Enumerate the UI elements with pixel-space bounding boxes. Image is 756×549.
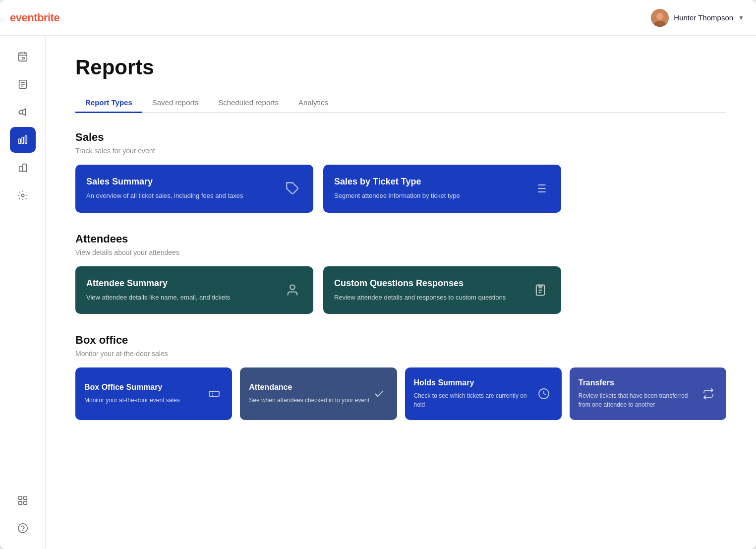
card-custom-questions[interactable]: Custom Questions Responses Review attend… <box>323 266 561 314</box>
card-sales-summary-desc: An overview of all ticket sales, includi… <box>86 191 283 201</box>
card-holds-summary[interactable]: Holds Summary Check to see which tickets… <box>405 367 562 420</box>
tab-report-types[interactable]: Report Types <box>75 93 142 113</box>
svg-rect-14 <box>25 136 27 144</box>
clock-icon <box>535 385 553 403</box>
sidebar-item-settings[interactable] <box>10 183 36 208</box>
avatar <box>651 9 669 27</box>
tab-analytics[interactable]: Analytics <box>289 93 338 113</box>
sidebar: 25 <box>0 36 46 549</box>
arrows-icon <box>699 385 717 403</box>
svg-point-21 <box>18 524 27 533</box>
list-icon <box>530 179 550 198</box>
svg-rect-19 <box>18 501 21 504</box>
card-transfers-desc: Review tickets that have been transferre… <box>579 391 699 409</box>
card-attendee-summary[interactable]: Attendee Summary View attendee details l… <box>75 266 313 314</box>
tab-scheduled-reports[interactable]: Scheduled reports <box>208 93 289 113</box>
card-sales-summary-title: Sales Summary <box>86 177 283 187</box>
attendees-section: Attendees View details about your attend… <box>75 233 726 314</box>
card-attendance[interactable]: Attendance See when attendees checked in… <box>240 367 397 420</box>
sidebar-item-finance[interactable] <box>10 155 36 181</box>
svg-point-16 <box>21 194 24 197</box>
attendees-section-subtitle: View details about your attendees <box>75 248 726 256</box>
card-box-office-summary-desc: Monitor your at-the-door event sales <box>84 396 205 405</box>
topbar: eventbrite Hunter Thompson ▼ <box>0 0 756 36</box>
card-custom-questions-content: Custom Questions Responses Review attend… <box>334 278 530 303</box>
card-transfers-content: Transfers Review tickets that have been … <box>579 378 699 409</box>
sales-section-title: Sales <box>75 131 726 144</box>
card-sales-by-ticket-type[interactable]: Sales by Ticket Type Segment attendee in… <box>323 165 561 213</box>
box-office-section-title: Box office <box>75 334 726 347</box>
card-holds-summary-content: Holds Summary Check to see which tickets… <box>414 378 535 409</box>
user-menu[interactable]: Hunter Thompson ▼ <box>651 9 744 27</box>
svg-rect-17 <box>18 496 21 499</box>
clipboard-icon <box>530 280 550 300</box>
card-transfers-title: Transfers <box>579 378 699 387</box>
svg-rect-13 <box>22 137 24 144</box>
svg-rect-35 <box>209 391 219 396</box>
card-transfers[interactable]: Transfers Review tickets that have been … <box>570 367 726 420</box>
svg-point-1 <box>656 13 663 20</box>
card-attendance-desc: See when attendees checked in to your ev… <box>249 396 370 405</box>
svg-point-22 <box>22 530 23 531</box>
card-sales-by-ticket-type-desc: Segment attendee information by ticket t… <box>334 191 530 201</box>
user-name: Hunter Thompson <box>674 13 733 22</box>
check-icon <box>370 385 388 403</box>
tag-icon <box>283 179 302 198</box>
sidebar-item-orders[interactable] <box>10 71 36 97</box>
svg-rect-20 <box>23 501 26 504</box>
sales-section: Sales Track sales for your event Sales S… <box>75 131 726 213</box>
card-holds-summary-desc: Check to see which tickets are currently… <box>414 391 535 409</box>
ticket-icon <box>205 385 223 403</box>
card-holds-summary-title: Holds Summary <box>414 378 535 387</box>
attendees-cards-row: Attendee Summary View attendee details l… <box>75 266 726 314</box>
sidebar-item-marketing[interactable] <box>10 99 36 125</box>
svg-point-30 <box>290 285 294 289</box>
svg-rect-18 <box>23 496 26 499</box>
card-custom-questions-desc: Review attendee details and responses to… <box>334 293 530 303</box>
card-sales-by-ticket-type-title: Sales by Ticket Type <box>334 177 530 187</box>
sales-cards-row: Sales Summary An overview of all ticket … <box>75 165 726 213</box>
svg-rect-12 <box>18 139 20 143</box>
sales-section-subtitle: Track sales for your event <box>75 147 726 155</box>
page-title: Reports <box>75 56 726 79</box>
box-office-section-subtitle: Monitor your at-the-door sales <box>75 350 726 358</box>
card-sales-by-ticket-type-content: Sales by Ticket Type Segment attendee in… <box>334 177 530 201</box>
card-sales-summary[interactable]: Sales Summary An overview of all ticket … <box>75 165 313 213</box>
card-sales-summary-content: Sales Summary An overview of all ticket … <box>86 177 283 201</box>
card-attendee-summary-title: Attendee Summary <box>86 278 283 289</box>
chevron-down-icon: ▼ <box>738 14 744 21</box>
tabs-bar: Report Types Saved reports Scheduled rep… <box>75 93 726 113</box>
box-office-cards-row: Box Office Summary Monitor your at-the-d… <box>75 367 726 420</box>
card-attendance-content: Attendance See when attendees checked in… <box>249 383 370 405</box>
card-box-office-summary[interactable]: Box Office Summary Monitor your at-the-d… <box>75 367 232 420</box>
card-attendance-title: Attendance <box>249 383 370 392</box>
sidebar-item-reports[interactable] <box>10 127 36 153</box>
card-custom-questions-title: Custom Questions Responses <box>334 278 530 289</box>
card-box-office-summary-content: Box Office Summary Monitor your at-the-d… <box>84 383 205 405</box>
attendees-section-title: Attendees <box>75 233 726 245</box>
box-office-section: Box office Monitor your at-the-door sale… <box>75 334 726 420</box>
card-attendee-summary-desc: View attendee details like name, email, … <box>86 293 283 303</box>
card-attendee-summary-content: Attendee Summary View attendee details l… <box>86 278 283 303</box>
tab-saved-reports[interactable]: Saved reports <box>142 93 208 113</box>
main-content: Reports Report Types Saved reports Sched… <box>46 36 756 549</box>
sidebar-item-apps[interactable] <box>10 488 36 513</box>
logo[interactable]: eventbrite <box>10 11 59 24</box>
person-icon <box>283 280 302 300</box>
sidebar-item-calendar[interactable]: 25 <box>10 44 36 69</box>
svg-text:25: 25 <box>21 57 25 60</box>
card-box-office-summary-title: Box Office Summary <box>84 383 205 392</box>
sidebar-item-help[interactable] <box>10 515 36 541</box>
